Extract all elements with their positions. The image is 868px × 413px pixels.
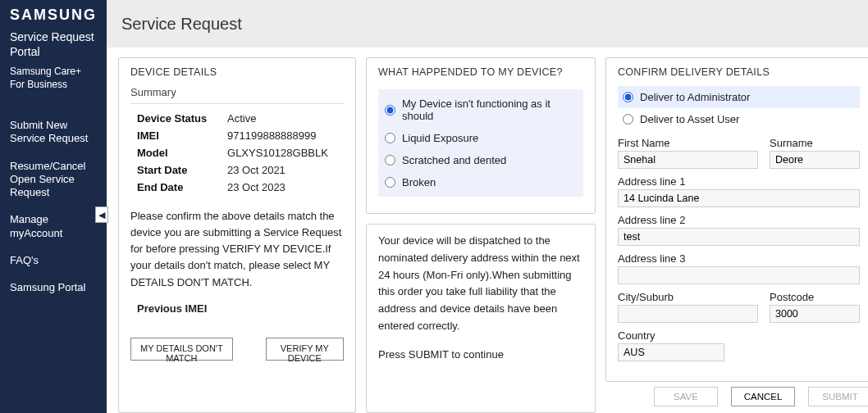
issue-opt-scratched[interactable]: Scratched and dented [385, 154, 577, 166]
nav-faqs[interactable]: FAQ's [10, 254, 97, 267]
issue-opt-label-2: Scratched and dented [402, 154, 506, 166]
issue-opt-label-1: Liquid Exposure [402, 132, 478, 144]
brand-product: Samsung Care+ For Business [10, 66, 97, 91]
start-date-label: Start Date [137, 164, 227, 176]
panel-title-device: DEVICE DETAILS [130, 66, 344, 78]
submit-button[interactable]: SUBMIT [808, 387, 868, 406]
sidebar: SAMSUNG Service Request Portal Samsung C… [0, 0, 107, 413]
device-status-label: Device Status [137, 112, 227, 125]
deliver-to-admin[interactable]: Deliver to Administrator [618, 86, 860, 108]
issue-opt-label-0: My Device isn't functioning as it should [402, 98, 577, 122]
panel-what-happened: WHAT HAPPENDED TO MY DEVICE? My Device i… [366, 57, 596, 214]
verify-my-device-button[interactable]: VERIFY MY DEVICE [266, 338, 344, 361]
panel-title-issue: WHAT HAPPENDED TO MY DEVICE? [378, 66, 583, 78]
panel-delivery: CONFIRM DELIVERY DETAILS Deliver to Admi… [605, 57, 868, 382]
panel-device-details: DEVICE DETAILS Summary Device StatusActi… [118, 57, 356, 413]
issue-radio-2[interactable] [385, 155, 395, 166]
cancel-button[interactable]: CANCEL [731, 387, 795, 406]
issue-opt-broken[interactable]: Broken [385, 176, 577, 188]
page-header: Service Request [107, 0, 868, 48]
deliver-radio-asset[interactable] [623, 114, 633, 125]
issue-opt-label-3: Broken [402, 176, 436, 188]
confirm-instructions: Please confirm the above details match t… [130, 208, 344, 291]
city-input[interactable] [618, 305, 758, 323]
nav-manage-account[interactable]: Manage myAccount [10, 213, 97, 240]
previous-imei-label: Previous IMEI [137, 302, 344, 315]
city-label: City/Suburb [618, 291, 758, 303]
issue-radio-3[interactable] [385, 177, 395, 188]
deliver-opt-label-0: Deliver to Administrator [640, 91, 750, 103]
issue-options: My Device isn't functioning as it should… [378, 89, 583, 197]
start-date-value: 23 Oct 2021 [227, 164, 286, 176]
my-details-dont-match-button[interactable]: MY DETAILS DON'T MATCH [130, 338, 233, 361]
country-label: Country [618, 329, 724, 342]
addr2-input[interactable] [618, 228, 860, 246]
first-name-label: First Name [618, 137, 758, 149]
addr1-label: Address line 1 [618, 175, 860, 188]
surname-input[interactable] [770, 151, 860, 169]
nav-samsung-portal[interactable]: Samsung Portal [10, 281, 97, 294]
end-date-label: End Date [137, 181, 227, 193]
end-date-value: 23 Oct 2023 [227, 181, 286, 193]
device-status-value: Active [227, 112, 256, 125]
deliver-radio-admin[interactable] [623, 92, 633, 102]
main: Service Request DEVICE DETAILS Summary D… [107, 0, 868, 413]
postcode-label: Postcode [770, 291, 860, 303]
dispatch-text: Your device will be dispatched to the no… [378, 233, 583, 335]
issue-radio-1[interactable] [385, 133, 395, 143]
sidebar-collapse-icon[interactable]: ◀ [95, 206, 108, 223]
imei-value: 971199888888999 [227, 129, 316, 142]
panel-title-delivery: CONFIRM DELIVERY DETAILS [618, 66, 860, 78]
content: DEVICE DETAILS Summary Device StatusActi… [107, 48, 868, 413]
footer-buttons: SAVE CANCEL SUBMIT [605, 382, 868, 413]
postcode-input[interactable] [770, 305, 860, 323]
nav-submit-new[interactable]: Submit New Service Request [10, 119, 97, 146]
nav-resume-cancel[interactable]: Resume/Cancel Open Service Request [10, 160, 97, 200]
divider [130, 103, 344, 104]
first-name-input[interactable] [618, 151, 758, 169]
addr1-input[interactable] [618, 189, 860, 207]
addr3-label: Address line 3 [618, 252, 860, 265]
model-value: GLXYS10128GBBLK [227, 147, 328, 159]
addr2-label: Address line 2 [618, 214, 860, 226]
submit-hint: Press SUBMIT to continue [378, 347, 583, 364]
country-input[interactable] [618, 343, 724, 361]
imei-label: IMEI [137, 129, 227, 142]
deliver-to-asset-user[interactable]: Deliver to Asset User [618, 108, 860, 130]
model-label: Model [137, 147, 227, 159]
sidebar-nav: Submit New Service Request Resume/Cancel… [10, 119, 97, 294]
page-title: Service Request [121, 15, 242, 34]
issue-opt-liquid[interactable]: Liquid Exposure [385, 132, 577, 144]
panel-dispatch-info: Your device will be dispatched to the no… [366, 224, 596, 413]
save-button[interactable]: SAVE [654, 387, 718, 406]
issue-opt-not-functioning[interactable]: My Device isn't functioning as it should [385, 98, 577, 122]
brand-logo: SAMSUNG [10, 7, 97, 24]
summary-label: Summary [130, 86, 344, 98]
addr3-input[interactable] [618, 266, 860, 284]
issue-radio-0[interactable] [385, 105, 395, 116]
brand-subtitle: Service Request Portal [10, 30, 97, 59]
deliver-opt-label-1: Deliver to Asset User [640, 113, 739, 125]
surname-label: Surname [770, 137, 860, 149]
